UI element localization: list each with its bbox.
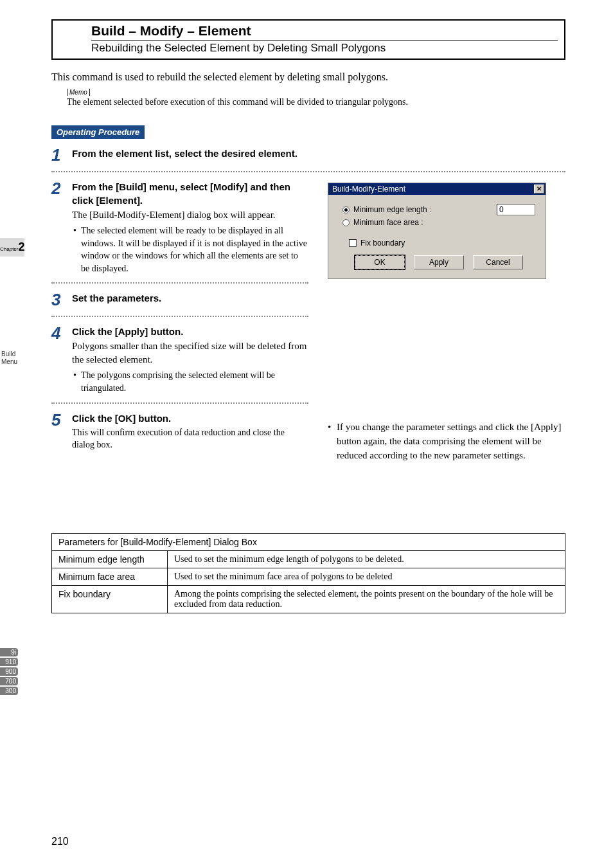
chapter-label: Chapter	[0, 246, 18, 252]
step-1: 1 From the element list, select the desi…	[51, 147, 565, 163]
tag-9i: 9i	[0, 648, 18, 656]
radio-icon	[342, 206, 350, 213]
build-modify-element-dialog: Build-Modify-Element ✕ Minimum edge leng…	[328, 183, 546, 279]
step-title: Set the parameters.	[72, 291, 308, 305]
step-number: 1	[51, 147, 72, 163]
step-bullet: The polygons comprising the selected ele…	[72, 369, 308, 394]
page-title: Build – Modify – Element	[91, 23, 558, 41]
chapter-tab: Chapter2	[0, 238, 24, 257]
close-icon: ✕	[537, 185, 542, 192]
memo-tag: Memo	[67, 89, 90, 96]
radio-label: Minimum edge length :	[353, 205, 497, 214]
dialog-titlebar[interactable]: Build-Modify-Element ✕	[328, 183, 546, 195]
cancel-button[interactable]: Cancel	[473, 255, 523, 269]
checkbox-label: Fix boundary	[360, 239, 535, 248]
step-desc: The [Build-Modify-Element] dialog box wi…	[72, 208, 308, 222]
page-number: 210	[51, 836, 69, 847]
radio-min-face-area[interactable]: Minimum face area :	[342, 218, 535, 227]
divider	[51, 316, 308, 317]
tag-300: 300	[0, 687, 18, 695]
operating-procedure-label: Operating Procedure	[51, 125, 145, 139]
table-row: Minimum face area Used to set the minimu…	[52, 568, 565, 586]
param-desc: Among the points comprising the selected…	[168, 586, 565, 613]
page-subtitle: Rebuilding the Selected Element by Delet…	[91, 42, 558, 55]
param-name: Minimum edge length	[52, 551, 168, 568]
dialog-title: Build-Modify-Element	[332, 185, 405, 194]
ok-button[interactable]: OK	[355, 255, 405, 269]
chapter-number: 2	[18, 240, 24, 253]
sidebar-menu: Menu	[1, 358, 17, 366]
step-5: 5 Click the [OK] button. This will confi…	[51, 411, 308, 451]
table-row: Fix boundary Among the points comprising…	[52, 586, 565, 613]
close-button[interactable]: ✕	[534, 185, 544, 194]
length-input[interactable]	[497, 204, 535, 215]
memo-text: The element selected before execution of…	[67, 97, 565, 107]
divider	[51, 282, 308, 284]
step-number: 2	[51, 180, 72, 197]
model-tags: 9i 910 900 700 300	[0, 648, 18, 696]
table-header: Parameters for [Build-Modify-Element] Di…	[52, 534, 565, 551]
step-3: 3 Set the parameters.	[51, 291, 308, 308]
intro-text: This command is used to rebuild the sele…	[51, 71, 565, 83]
step-4: 4 Click the [Apply] button. Polygons sma…	[51, 325, 308, 394]
param-desc: Used to set the minimum edge length of p…	[168, 551, 565, 568]
divider	[51, 402, 308, 404]
sidebar-build: Build	[1, 350, 17, 358]
checkbox-icon	[349, 239, 357, 247]
radio-min-edge-length[interactable]: Minimum edge length :	[342, 204, 535, 215]
step-desc: This will confirm execution of data redu…	[72, 426, 308, 451]
step-desc: Polygons smaller than the specified size…	[72, 339, 308, 366]
param-desc: Used to set the minimum face area of pol…	[168, 568, 565, 586]
step-title: From the element list, select the desire…	[72, 147, 565, 160]
radio-label: Minimum face area :	[353, 218, 535, 227]
side-note: If you change the parameter settings and…	[328, 420, 565, 462]
step-title: Click the [OK] button.	[72, 411, 308, 425]
step-number: 3	[51, 291, 72, 308]
step-title: From the [Build] menu, select [Modify] a…	[72, 180, 308, 207]
apply-button[interactable]: Apply	[414, 255, 464, 269]
step-bullet: The selected element will be ready to be…	[72, 224, 308, 275]
tag-910: 910	[0, 658, 18, 666]
step-title: Click the [Apply] button.	[72, 325, 308, 338]
table-row: Minimum edge length Used to set the mini…	[52, 551, 565, 568]
tag-900: 900	[0, 667, 18, 676]
tag-700: 700	[0, 677, 18, 685]
param-name: Minimum face area	[52, 568, 168, 586]
sidebar-section-label: Build Menu	[1, 350, 17, 366]
title-bar: Build – Modify – Element Rebuilding the …	[51, 19, 565, 60]
step-number: 5	[51, 411, 72, 428]
divider	[51, 171, 565, 172]
step-number: 4	[51, 325, 72, 341]
parameters-table: Parameters for [Build-Modify-Element] Di…	[51, 533, 565, 613]
param-name: Fix boundary	[52, 586, 168, 613]
radio-icon	[342, 219, 350, 226]
step-2: 2 From the [Build] menu, select [Modify]…	[51, 180, 308, 275]
checkbox-fix-boundary[interactable]: Fix boundary	[349, 239, 535, 248]
